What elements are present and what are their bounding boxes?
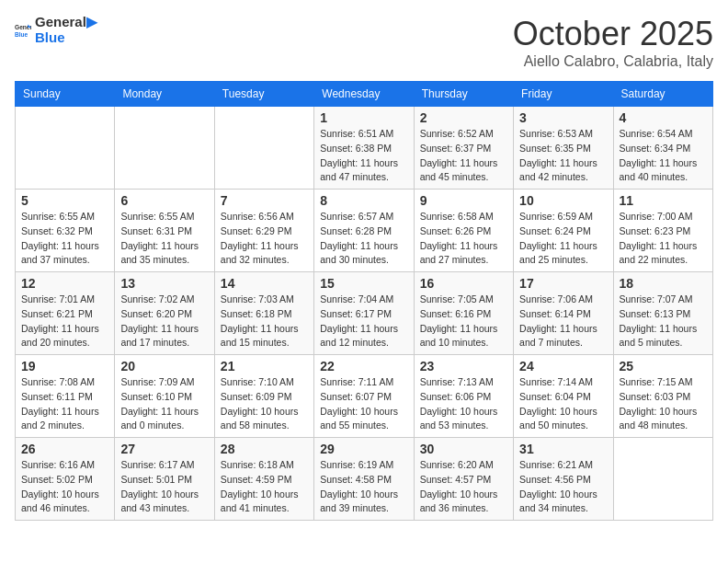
week-row-2: 5Sunrise: 6:55 AM Sunset: 6:32 PM Daylig…	[16, 190, 713, 272]
day-info: Sunrise: 6:16 AM Sunset: 5:02 PM Dayligh…	[21, 458, 108, 516]
day-info: Sunrise: 7:02 AM Sunset: 6:20 PM Dayligh…	[120, 293, 208, 350]
header-wednesday: Wednesday	[314, 82, 414, 107]
day-cell: 21Sunrise: 7:10 AM Sunset: 6:09 PM Dayli…	[214, 355, 313, 438]
day-cell	[16, 107, 115, 190]
day-info: Sunrise: 7:03 AM Sunset: 6:18 PM Dayligh…	[221, 293, 308, 350]
day-info: Sunrise: 6:55 AM Sunset: 6:32 PM Dayligh…	[21, 210, 108, 268]
day-info: Sunrise: 7:07 AM Sunset: 6:13 PM Dayligh…	[620, 293, 707, 350]
day-cell: 6Sunrise: 6:55 AM Sunset: 6:31 PM Daylig…	[115, 190, 214, 272]
day-info: Sunrise: 6:51 AM Sunset: 6:38 PM Dayligh…	[320, 127, 407, 185]
day-cell: 19Sunrise: 7:08 AM Sunset: 6:11 PM Dayli…	[16, 355, 115, 438]
day-info: Sunrise: 6:19 AM Sunset: 4:58 PM Dayligh…	[320, 458, 407, 516]
day-number: 27	[120, 442, 208, 456]
calendar-body: 1Sunrise: 6:51 AM Sunset: 6:38 PM Daylig…	[16, 107, 713, 521]
day-info: Sunrise: 6:57 AM Sunset: 6:28 PM Dayligh…	[320, 210, 407, 268]
day-info: Sunrise: 7:13 AM Sunset: 6:06 PM Dayligh…	[420, 375, 507, 433]
day-info: Sunrise: 6:54 AM Sunset: 6:34 PM Dayligh…	[620, 127, 707, 185]
day-info: Sunrise: 6:52 AM Sunset: 6:37 PM Dayligh…	[420, 127, 507, 185]
day-number: 20	[120, 359, 208, 373]
day-number: 21	[221, 359, 308, 373]
day-number: 3	[519, 110, 607, 125]
day-cell: 28Sunrise: 6:18 AM Sunset: 4:59 PM Dayli…	[214, 438, 313, 521]
day-number: 1	[320, 110, 407, 125]
header-monday: Monday	[115, 82, 214, 107]
header-row: SundayMondayTuesdayWednesdayThursdayFrid…	[16, 82, 713, 107]
day-info: Sunrise: 7:15 AM Sunset: 6:03 PM Dayligh…	[620, 375, 707, 433]
day-info: Sunrise: 6:58 AM Sunset: 6:26 PM Dayligh…	[420, 210, 507, 268]
week-row-3: 12Sunrise: 7:01 AM Sunset: 6:21 PM Dayli…	[16, 272, 713, 355]
day-cell: 31Sunrise: 6:21 AM Sunset: 4:56 PM Dayli…	[514, 438, 613, 521]
day-info: Sunrise: 6:20 AM Sunset: 4:57 PM Dayligh…	[420, 458, 507, 516]
location: Aiello Calabro, Calabria, Italy	[513, 53, 713, 70]
day-cell: 2Sunrise: 6:52 AM Sunset: 6:37 PM Daylig…	[414, 107, 513, 190]
header-tuesday: Tuesday	[214, 82, 313, 107]
day-number: 22	[320, 359, 407, 373]
day-number: 23	[420, 359, 507, 373]
day-info: Sunrise: 6:21 AM Sunset: 4:56 PM Dayligh…	[519, 458, 607, 516]
day-number: 9	[420, 193, 507, 208]
day-cell: 30Sunrise: 6:20 AM Sunset: 4:57 PM Dayli…	[414, 438, 513, 521]
week-row-1: 1Sunrise: 6:51 AM Sunset: 6:38 PM Daylig…	[16, 107, 713, 190]
day-info: Sunrise: 6:17 AM Sunset: 5:01 PM Dayligh…	[120, 458, 208, 516]
day-cell	[214, 107, 313, 190]
day-number: 7	[221, 193, 308, 208]
day-cell: 4Sunrise: 6:54 AM Sunset: 6:34 PM Daylig…	[613, 107, 712, 190]
day-cell: 5Sunrise: 6:55 AM Sunset: 6:32 PM Daylig…	[16, 190, 115, 272]
day-cell: 9Sunrise: 6:58 AM Sunset: 6:26 PM Daylig…	[414, 190, 513, 272]
day-info: Sunrise: 7:01 AM Sunset: 6:21 PM Dayligh…	[21, 293, 108, 350]
day-cell: 13Sunrise: 7:02 AM Sunset: 6:20 PM Dayli…	[115, 272, 214, 355]
day-cell: 16Sunrise: 7:05 AM Sunset: 6:16 PM Dayli…	[414, 272, 513, 355]
day-number: 28	[221, 442, 308, 456]
day-number: 12	[21, 276, 108, 291]
day-info: Sunrise: 7:06 AM Sunset: 6:14 PM Dayligh…	[519, 293, 607, 350]
svg-text:Blue: Blue	[15, 30, 28, 37]
day-number: 19	[21, 359, 108, 373]
day-number: 17	[519, 276, 607, 291]
day-info: Sunrise: 7:09 AM Sunset: 6:10 PM Dayligh…	[120, 375, 208, 433]
month-title: October 2025	[513, 15, 713, 53]
day-cell: 17Sunrise: 7:06 AM Sunset: 6:14 PM Dayli…	[514, 272, 613, 355]
day-cell: 7Sunrise: 6:56 AM Sunset: 6:29 PM Daylig…	[214, 190, 313, 272]
day-cell: 25Sunrise: 7:15 AM Sunset: 6:03 PM Dayli…	[613, 355, 712, 438]
day-info: Sunrise: 6:55 AM Sunset: 6:31 PM Dayligh…	[120, 210, 208, 268]
day-info: Sunrise: 6:18 AM Sunset: 4:59 PM Dayligh…	[221, 458, 308, 516]
day-info: Sunrise: 7:14 AM Sunset: 6:04 PM Dayligh…	[519, 375, 607, 433]
day-cell: 14Sunrise: 7:03 AM Sunset: 6:18 PM Dayli…	[214, 272, 313, 355]
day-number: 2	[420, 110, 507, 125]
logo: General Blue General▶ Blue	[15, 15, 97, 45]
day-info: Sunrise: 6:59 AM Sunset: 6:24 PM Dayligh…	[519, 210, 607, 268]
day-number: 8	[320, 193, 407, 208]
day-cell: 8Sunrise: 6:57 AM Sunset: 6:28 PM Daylig…	[314, 190, 414, 272]
day-number: 29	[320, 442, 407, 456]
week-row-4: 19Sunrise: 7:08 AM Sunset: 6:11 PM Dayli…	[16, 355, 713, 438]
header-saturday: Saturday	[613, 82, 712, 107]
day-cell	[115, 107, 214, 190]
day-number: 11	[620, 193, 707, 208]
day-number: 31	[519, 442, 607, 456]
title-block: October 2025 Aiello Calabro, Calabria, I…	[513, 15, 713, 70]
day-number: 10	[519, 193, 607, 208]
day-cell: 26Sunrise: 6:16 AM Sunset: 5:02 PM Dayli…	[16, 438, 115, 521]
header-thursday: Thursday	[414, 82, 513, 107]
day-cell: 15Sunrise: 7:04 AM Sunset: 6:17 PM Dayli…	[314, 272, 414, 355]
day-cell: 23Sunrise: 7:13 AM Sunset: 6:06 PM Dayli…	[414, 355, 513, 438]
day-info: Sunrise: 7:05 AM Sunset: 6:16 PM Dayligh…	[420, 293, 507, 350]
day-info: Sunrise: 7:00 AM Sunset: 6:23 PM Dayligh…	[620, 210, 707, 268]
day-info: Sunrise: 6:56 AM Sunset: 6:29 PM Dayligh…	[221, 210, 308, 268]
day-number: 4	[620, 110, 707, 125]
day-number: 6	[120, 193, 208, 208]
header-friday: Friday	[514, 82, 613, 107]
day-cell: 29Sunrise: 6:19 AM Sunset: 4:58 PM Dayli…	[314, 438, 414, 521]
day-cell: 24Sunrise: 7:14 AM Sunset: 6:04 PM Dayli…	[514, 355, 613, 438]
calendar-header: SundayMondayTuesdayWednesdayThursdayFrid…	[16, 82, 713, 107]
day-info: Sunrise: 6:53 AM Sunset: 6:35 PM Dayligh…	[519, 127, 607, 185]
day-number: 15	[320, 276, 407, 291]
day-number: 13	[120, 276, 208, 291]
day-number: 5	[21, 193, 108, 208]
header-sunday: Sunday	[16, 82, 115, 107]
logo-icon: General Blue	[15, 22, 31, 39]
day-cell: 11Sunrise: 7:00 AM Sunset: 6:23 PM Dayli…	[613, 190, 712, 272]
day-info: Sunrise: 7:04 AM Sunset: 6:17 PM Dayligh…	[320, 293, 407, 350]
day-cell: 12Sunrise: 7:01 AM Sunset: 6:21 PM Dayli…	[16, 272, 115, 355]
logo-blue: Blue	[35, 30, 97, 46]
